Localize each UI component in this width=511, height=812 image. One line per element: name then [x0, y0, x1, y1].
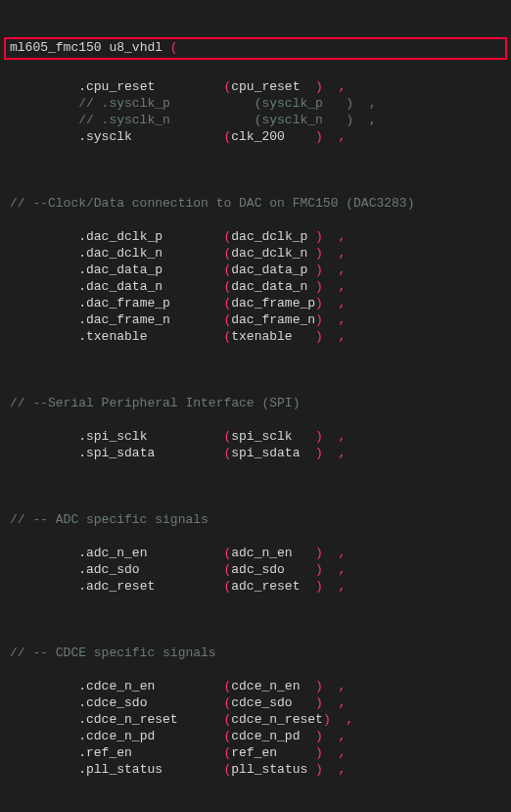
- port-line: .dac_data_n (dac_data_n ) ,: [0, 278, 511, 295]
- port-name: .dac_data_p: [78, 263, 163, 277]
- right-paren: ): [315, 562, 323, 577]
- module-name: ml605_fmc150: [10, 40, 102, 55]
- right-paren: ): [315, 729, 323, 743]
- port-line: .adc_sdo (adc_sdo ) ,: [0, 561, 511, 578]
- port-line: .dac_frame_p (dac_frame_p) ,: [0, 295, 511, 311]
- right-paren: ): [315, 679, 323, 693]
- port-line: .txenable (txenable ) ,: [0, 328, 511, 345]
- port-line: .dac_dclk_n (dac_dclk_n ) ,: [0, 245, 511, 262]
- port-line: .cdce_n_reset (cdce_n_reset) ,: [0, 711, 511, 728]
- port-name: .pll_status: [78, 762, 163, 777]
- port-name: .adc_sdo: [78, 562, 139, 577]
- signal-name: dac_dclk_n: [231, 246, 307, 261]
- right-paren: ): [315, 263, 323, 277]
- right-paren: ): [315, 762, 323, 777]
- right-paren: ): [315, 329, 323, 344]
- ports-dac-clk: .dac_dclk_p (dac_dclk_p ) , .dac_dclk_n …: [0, 228, 511, 345]
- signal-name: cpu_reset: [231, 79, 300, 94]
- comma: ,: [339, 263, 347, 277]
- port-name: .spi_sclk: [78, 429, 147, 444]
- right-paren: ): [315, 229, 323, 244]
- port-line: .adc_n_en (adc_n_en ) ,: [0, 545, 511, 561]
- ports-adc: .adc_n_en (adc_n_en ) , .adc_sdo (adc_sd…: [0, 545, 511, 595]
- right-paren: ): [315, 246, 323, 261]
- signal-name: spi_sclk: [231, 429, 292, 444]
- port-line: .spi_sclk (spi_sclk ) ,: [0, 428, 511, 445]
- port-line: .dac_data_p (dac_data_p ) ,: [0, 262, 511, 278]
- right-paren: ): [315, 695, 323, 710]
- comma: ,: [339, 679, 347, 693]
- port-name: .spi_sdata: [78, 446, 155, 460]
- comma: ,: [339, 762, 347, 777]
- blank-line: [0, 611, 511, 628]
- port-name: .dac_frame_n: [78, 312, 170, 327]
- ports-spi: .spi_sclk (spi_sclk ) , .spi_sdata (spi_…: [0, 428, 511, 461]
- ports-reset-block: .cpu_reset (cpu_reset ) , // .sysclk_p (…: [0, 78, 511, 145]
- blank-line: [0, 478, 511, 495]
- port-line: .adc_reset (adc_reset ) ,: [0, 578, 511, 595]
- comment-cdce: // -- CDCE specific signals: [0, 645, 511, 661]
- comma: ,: [346, 712, 353, 727]
- right-paren: ): [323, 712, 331, 727]
- signal-name: pll_status: [231, 762, 307, 777]
- comma: ,: [339, 729, 347, 743]
- signal-name: dac_frame_n: [231, 312, 315, 327]
- comma: ,: [339, 546, 347, 560]
- right-paren: ): [315, 546, 323, 560]
- blank-line: [0, 794, 511, 811]
- right-paren: ): [315, 429, 323, 444]
- port-line: .cdce_n_en (cdce_n_en ) ,: [0, 678, 511, 694]
- signal-name: dac_data_p: [231, 263, 307, 277]
- signal-name: spi_sdata: [231, 446, 300, 460]
- port-line: .dac_frame_n (dac_frame_n) ,: [0, 311, 511, 328]
- port-name: .dac_dclk_p: [78, 229, 163, 244]
- port-line: .ref_en (ref_en ) ,: [0, 744, 511, 761]
- comma: ,: [339, 329, 347, 344]
- blank-line: [0, 162, 511, 178]
- comment-spi: // --Serial Peripheral Interface (SPI): [0, 395, 511, 411]
- signal-name: dac_data_n: [231, 279, 307, 294]
- signal-name: cdce_n_pd: [231, 729, 300, 743]
- right-paren: ): [315, 279, 323, 294]
- comma: ,: [339, 229, 347, 244]
- port-name: .ref_en: [78, 745, 132, 760]
- comment-dac-conn: // --Clock/Data connection to DAC on FMC…: [0, 195, 511, 212]
- port-name: .sysclk: [78, 129, 132, 144]
- comma: ,: [339, 79, 347, 94]
- comma: ,: [339, 446, 347, 460]
- right-paren: ): [315, 745, 323, 760]
- port-name: .cdce_n_reset: [78, 712, 177, 727]
- right-paren: ): [315, 296, 323, 310]
- comma: ,: [339, 312, 347, 327]
- port-name: .adc_n_en: [78, 546, 147, 560]
- port-name: .cdce_n_pd: [78, 729, 155, 743]
- signal-name: cdce_sdo: [231, 695, 292, 710]
- comma: ,: [339, 129, 347, 144]
- port-name: .dac_dclk_n: [78, 246, 163, 261]
- signal-name: adc_n_en: [231, 546, 292, 560]
- port-line: .sysclk (clk_200 ) ,: [0, 128, 511, 145]
- port-line: .cpu_reset (cpu_reset ) ,: [0, 78, 511, 95]
- instance-name: u8_vhdl: [109, 40, 163, 55]
- port-line: .cdce_sdo (cdce_sdo ) ,: [0, 694, 511, 711]
- right-paren: ): [315, 579, 323, 594]
- comma: ,: [339, 695, 347, 710]
- comma: ,: [339, 579, 347, 594]
- port-name: .cdce_sdo: [78, 695, 147, 710]
- signal-name: txenable: [231, 329, 292, 344]
- signal-name: ref_en: [231, 745, 277, 760]
- port-line: // .sysclk_n (sysclk_n ) ,: [0, 112, 511, 128]
- port-line: .dac_dclk_p (dac_dclk_p ) ,: [0, 228, 511, 245]
- signal-name: cdce_n_en: [231, 679, 300, 693]
- signal-name: clk_200: [231, 129, 285, 144]
- signal-name: dac_dclk_p: [231, 229, 307, 244]
- comma: ,: [339, 745, 347, 760]
- comma: ,: [339, 279, 347, 294]
- port-name: .dac_frame_p: [78, 296, 170, 310]
- port-name: .adc_reset: [78, 579, 155, 594]
- right-paren: ): [315, 129, 323, 144]
- signal-name: adc_sdo: [231, 562, 285, 577]
- open-paren: (: [170, 40, 178, 55]
- port-name: .cpu_reset: [78, 79, 155, 94]
- port-name: .dac_data_n: [78, 279, 163, 294]
